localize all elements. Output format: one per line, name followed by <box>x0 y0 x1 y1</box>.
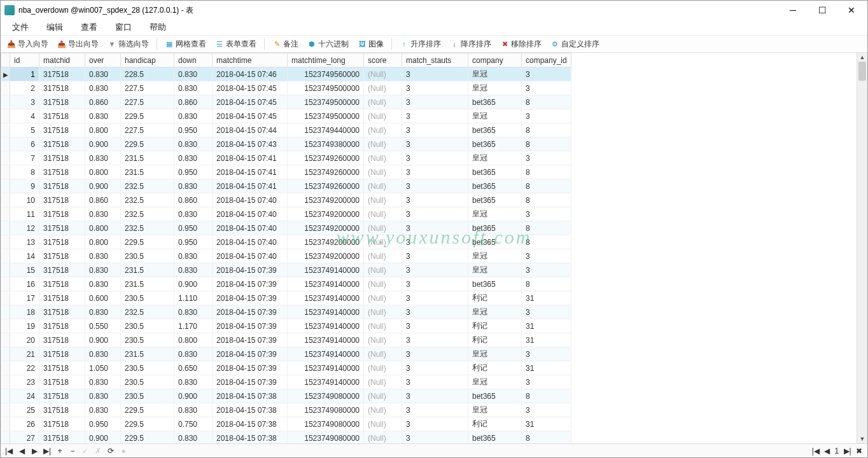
menu-1[interactable]: 编辑 <box>38 22 72 33</box>
cell-over[interactable]: 0.830 <box>85 151 121 165</box>
cell-over[interactable]: 0.830 <box>85 389 121 403</box>
cell-matchid[interactable]: 317518 <box>39 431 85 444</box>
cell-matchtime_long[interactable]: 1523749500000 <box>288 109 364 123</box>
table-row[interactable]: 43175180.830229.50.8302018-04-15 07:4515… <box>1 109 571 123</box>
cell-down[interactable]: 0.830 <box>174 249 213 263</box>
row-gutter[interactable] <box>1 333 10 347</box>
cell-score[interactable]: (Null) <box>364 305 402 319</box>
nav-first-button[interactable]: |◀ <box>4 447 13 455</box>
cell-matchtime[interactable]: 2018-04-15 07:39 <box>213 291 288 305</box>
row-gutter[interactable] <box>1 277 10 291</box>
row-gutter[interactable] <box>1 305 10 319</box>
cell-company[interactable]: 皇冠 <box>468 305 522 319</box>
cell-down[interactable]: 0.830 <box>174 67 213 81</box>
cell-match_stauts[interactable]: 3 <box>402 333 468 347</box>
cell-down[interactable]: 0.830 <box>174 263 213 277</box>
cell-handicap[interactable]: 230.5 <box>121 375 174 389</box>
cell-company_id[interactable]: 31 <box>522 333 571 347</box>
cell-company_id[interactable]: 3 <box>522 403 571 417</box>
row-gutter[interactable] <box>1 389 10 403</box>
cell-match_stauts[interactable]: 3 <box>402 193 468 207</box>
cell-company_id[interactable]: 8 <box>522 235 571 249</box>
cell-handicap[interactable]: 231.5 <box>121 277 174 291</box>
cell-handicap[interactable]: 232.5 <box>121 179 174 193</box>
table-row[interactable]: 263175180.950229.50.7502018-04-15 07:381… <box>1 417 571 431</box>
cell-company[interactable]: bet365 <box>468 277 522 291</box>
cell-score[interactable]: (Null) <box>364 179 402 193</box>
toolbar-导入向导[interactable]: 📥导入向导 <box>3 38 52 51</box>
cell-id[interactable]: 25 <box>10 403 39 417</box>
cell-matchid[interactable]: 317518 <box>39 137 85 151</box>
cell-matchid[interactable]: 317518 <box>39 347 85 361</box>
row-gutter[interactable] <box>1 193 10 207</box>
row-gutter[interactable] <box>1 165 10 179</box>
cell-id[interactable]: 2 <box>10 81 39 95</box>
cell-id[interactable]: 6 <box>10 137 39 151</box>
cell-match_stauts[interactable]: 3 <box>402 403 468 417</box>
cell-company[interactable]: 皇冠 <box>468 403 522 417</box>
row-gutter[interactable] <box>1 137 10 151</box>
cell-company[interactable]: 利记 <box>468 291 522 305</box>
cell-handicap[interactable]: 230.5 <box>121 333 174 347</box>
row-gutter[interactable] <box>1 361 10 375</box>
cell-score[interactable]: (Null) <box>364 123 402 137</box>
nav-refresh-button[interactable]: ⟳ <box>106 447 115 455</box>
cell-company[interactable]: 利记 <box>468 319 522 333</box>
cell-over[interactable]: 0.800 <box>85 235 121 249</box>
nav-stop-button[interactable]: ● <box>119 447 128 455</box>
cell-match_stauts[interactable]: 3 <box>402 431 468 444</box>
cell-id[interactable]: 1 <box>10 67 39 81</box>
cell-score[interactable]: (Null) <box>364 207 402 221</box>
cell-down[interactable]: 0.900 <box>174 389 213 403</box>
cell-handicap[interactable]: 227.5 <box>121 95 174 109</box>
cell-company[interactable]: bet365 <box>468 179 522 193</box>
cell-matchtime[interactable]: 2018-04-15 07:43 <box>213 137 288 151</box>
cell-score[interactable]: (Null) <box>364 221 402 235</box>
cell-company_id[interactable]: 8 <box>522 277 571 291</box>
cell-matchid[interactable]: 317518 <box>39 67 85 81</box>
cell-company[interactable]: 皇冠 <box>468 347 522 361</box>
cell-id[interactable]: 14 <box>10 249 39 263</box>
cell-over[interactable]: 0.830 <box>85 277 121 291</box>
cell-over[interactable]: 0.830 <box>85 207 121 221</box>
cell-match_stauts[interactable]: 3 <box>402 81 468 95</box>
cell-over[interactable]: 0.800 <box>85 221 121 235</box>
cell-matchtime_long[interactable]: 1523749260000 <box>288 179 364 193</box>
cell-score[interactable]: (Null) <box>364 347 402 361</box>
cell-company_id[interactable]: 3 <box>522 305 571 319</box>
cell-score[interactable]: (Null) <box>364 277 402 291</box>
toolbar-降序排序[interactable]: ↓降序排序 <box>446 38 495 51</box>
cell-id[interactable]: 8 <box>10 165 39 179</box>
cell-down[interactable]: 0.830 <box>174 431 213 444</box>
cell-id[interactable]: 20 <box>10 333 39 347</box>
cell-handicap[interactable]: 229.5 <box>121 235 174 249</box>
cell-company[interactable]: bet365 <box>468 431 522 444</box>
col-header-matchtime_long[interactable]: matchtime_long <box>288 53 364 67</box>
cell-company_id[interactable]: 3 <box>522 249 571 263</box>
row-gutter[interactable] <box>1 207 10 221</box>
cell-match_stauts[interactable]: 3 <box>402 165 468 179</box>
cell-over[interactable]: 0.830 <box>85 249 121 263</box>
vertical-scrollbar[interactable]: ▲ ▼ <box>857 53 867 443</box>
cell-matchtime[interactable]: 2018-04-15 07:39 <box>213 277 288 291</box>
cell-company_id[interactable]: 8 <box>522 123 571 137</box>
cell-matchtime_long[interactable]: 1523749080000 <box>288 431 364 444</box>
menu-0[interactable]: 文件 <box>3 22 38 33</box>
cell-down[interactable]: 0.830 <box>174 305 213 319</box>
cell-down[interactable]: 0.950 <box>174 221 213 235</box>
cell-matchtime_long[interactable]: 1523749560000 <box>288 67 364 81</box>
cell-matchtime[interactable]: 2018-04-15 07:45 <box>213 81 288 95</box>
table-row[interactable]: 23175180.830227.50.8302018-04-15 07:4515… <box>1 81 571 95</box>
cell-over[interactable]: 0.860 <box>85 95 121 109</box>
cell-company_id[interactable]: 8 <box>522 137 571 151</box>
cell-match_stauts[interactable]: 3 <box>402 179 468 193</box>
cell-matchtime_long[interactable]: 1523749260000 <box>288 165 364 179</box>
cell-id[interactable]: 17 <box>10 291 39 305</box>
cell-company_id[interactable]: 3 <box>522 81 571 95</box>
cell-match_stauts[interactable]: 3 <box>402 95 468 109</box>
cell-handicap[interactable]: 230.5 <box>121 249 174 263</box>
cell-handicap[interactable]: 230.5 <box>121 291 174 305</box>
cell-handicap[interactable]: 232.5 <box>121 305 174 319</box>
cell-handicap[interactable]: 229.5 <box>121 431 174 444</box>
cell-matchtime_long[interactable]: 1523749140000 <box>288 263 364 277</box>
